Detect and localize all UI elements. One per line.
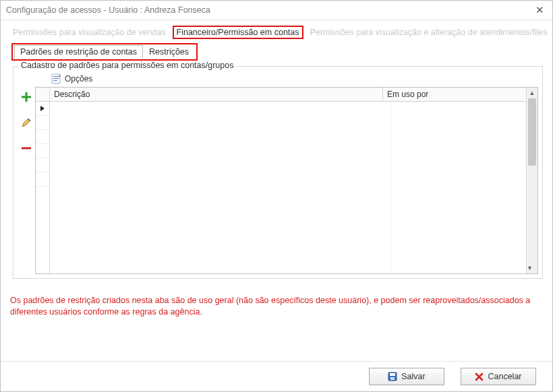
options-label: Opções <box>65 74 92 84</box>
data-columns: Descrição Em uso por <box>50 88 526 273</box>
scroll-thumb[interactable] <box>528 98 536 166</box>
floppy-icon <box>388 372 397 381</box>
window-title: Configuração de acessos - Usuário : Andr… <box>6 5 210 15</box>
tab-financeiro-contas[interactable]: Financeiro/Permissão em contas <box>173 26 303 39</box>
info-text: Os padrões de restrição criados nesta ab… <box>10 295 543 318</box>
svg-rect-8 <box>53 78 59 79</box>
grid-body[interactable] <box>50 102 526 273</box>
edit-button[interactable] <box>20 117 32 129</box>
pencil-icon <box>21 117 32 128</box>
save-button-label: Salvar <box>401 372 425 381</box>
grid-area: Opções <box>35 72 538 274</box>
svg-rect-5 <box>22 148 31 150</box>
frame-cadastro-padroes: Cadastro de padrões para permissões em c… <box>13 66 543 279</box>
grid: Descrição Em uso por ▲ ▼ <box>35 87 538 274</box>
frame-inner: Opções <box>18 72 538 274</box>
window-root: Configuração de acessos - Usuário : Andr… <box>0 0 553 392</box>
grid-header: Descrição Em uso por <box>50 88 526 102</box>
subtab-padroes-restricao[interactable]: Padrões de restrição de contas <box>14 45 143 59</box>
svg-rect-13 <box>390 373 395 376</box>
triangle-right-icon <box>39 105 46 112</box>
scroll-down-icon[interactable]: ▼ <box>527 263 533 273</box>
row-marker-column <box>36 88 50 273</box>
plus-icon <box>21 92 32 102</box>
svg-marker-11 <box>40 106 45 111</box>
close-icon[interactable]: ✕ <box>531 3 548 18</box>
add-button[interactable] <box>20 91 32 103</box>
footer: Salvar Cancelar <box>1 361 552 391</box>
remove-button[interactable] <box>20 142 32 154</box>
row-marker-current[interactable] <box>36 102 49 116</box>
toolbar-vertical <box>18 72 35 274</box>
svg-rect-1 <box>22 96 31 98</box>
tab-permissoes-vendas[interactable]: Permissões para visualização de vendas <box>10 26 169 38</box>
svg-rect-7 <box>53 76 59 77</box>
scrollbar-vertical[interactable]: ▲ ▼ <box>526 88 537 273</box>
scroll-up-icon[interactable]: ▲ <box>527 88 537 98</box>
save-button[interactable]: Salvar <box>369 368 444 385</box>
subtab-restricoes[interactable]: Restrições <box>143 45 195 59</box>
minus-icon <box>21 143 32 154</box>
sub-tabs: Padrões de restrição de contas Restriçõe… <box>11 43 198 61</box>
column-header-descricao[interactable]: Descrição <box>50 88 383 101</box>
titlebar: Configuração de acessos - Usuário : Andr… <box>1 1 552 20</box>
svg-rect-14 <box>390 377 395 380</box>
tab-permissoes-atendimentos[interactable]: Permissões para visualização e alteração… <box>308 26 550 38</box>
content-area: Permissões para visualização de vendas F… <box>1 20 552 361</box>
cancel-button[interactable]: Cancelar <box>461 368 536 385</box>
column-header-em-uso-por[interactable]: Em uso por <box>383 88 526 101</box>
sub-tabs-wrap: Padrões de restrição de contas Restriçõe… <box>11 43 547 61</box>
cancel-button-label: Cancelar <box>488 372 521 381</box>
options-row[interactable]: Opções <box>35 72 538 87</box>
options-icon <box>51 73 62 84</box>
svg-rect-9 <box>53 80 57 81</box>
x-red-icon <box>475 372 484 381</box>
main-tabs: Permissões para visualização de vendas F… <box>10 26 547 39</box>
frame-legend: Cadastro de padrões para permissões em c… <box>19 61 235 70</box>
